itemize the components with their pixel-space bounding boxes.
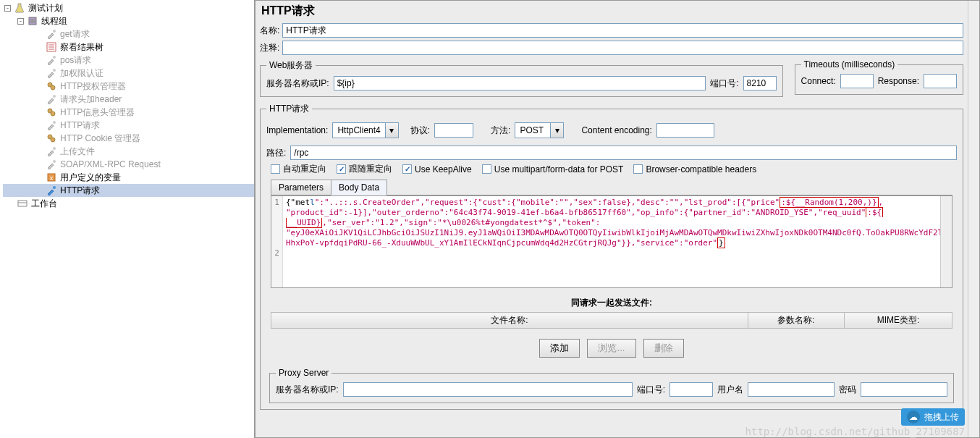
svg-point-21 [53,186,56,189]
proxy-legend: Proxy Server [276,368,331,378]
delete-button[interactable]: 删除 [643,339,684,358]
collapse-icon[interactable]: - [17,18,24,25]
webserver-fieldset: Web服务器 服务器名称或IP: 端口号: [260,59,783,97]
tree-label: HTTP Cookie 管理器 [60,132,140,145]
gears-icon [46,132,57,144]
auto-redirect-checkbox[interactable]: 自动重定向 [271,163,326,175]
main-scrollbar[interactable] [968,1,979,437]
dropper-icon [46,119,57,131]
multipart-checkbox[interactable]: Use multipart/form-data for POST [482,164,624,174]
code-area[interactable]: {"metl":"..::.s.CreateOrder","request":{… [283,196,952,287]
tree-item[interactable]: HTTP信息头管理器 [3,106,254,119]
keepalive-checkbox[interactable]: ✓Use KeepAlive [402,164,472,174]
tree-item[interactable]: 上传文件 [3,145,254,158]
svg-point-11 [53,95,56,98]
dropper-icon [46,67,57,79]
dropper-icon [46,54,57,66]
chevron-down-icon: ▾ [385,123,398,138]
dropper-icon [46,93,57,105]
proxy-user-input[interactable] [748,382,835,397]
col-filename[interactable]: 文件名称: [271,313,748,329]
col-param[interactable]: 参数名称: [748,313,845,329]
response-input[interactable] [924,74,957,88]
svg-rect-1 [30,19,35,23]
browser-compat-checkbox[interactable]: Browser-compatible headers [633,164,756,174]
scrollbar[interactable] [940,196,952,287]
method-label: 方法: [491,125,510,137]
host-input[interactable] [334,76,706,90]
tree-label: HTTP请求 [60,119,100,132]
svg-point-10 [51,85,55,90]
tree-item[interactable]: SOAP/XML-RPC Request [3,158,254,171]
dropper-icon [46,159,57,170]
webserver-legend: Web服务器 [266,59,316,72]
chevron-down-icon: ▾ [550,123,563,138]
tree-item[interactable]: HTTP请求 [3,119,254,132]
method-select[interactable]: POST▾ [515,122,564,138]
col-mime[interactable]: MIME类型: [845,313,952,329]
page-title: HTTP请求 [257,1,966,22]
gears-icon [46,106,57,118]
proxy-pass-input[interactable] [861,382,947,397]
dropper-icon [46,28,57,40]
tree-item[interactable]: 请求头加header [3,93,254,106]
impl-label: Implementation: [266,125,328,135]
cloud-upload-icon: ☁ [907,410,920,424]
httpreq-legend: HTTP请求 [266,103,312,115]
tree-workbench[interactable]: 工作台 [3,197,254,210]
tree-item[interactable]: HTTP Cookie 管理器 [3,132,254,145]
upload-widget[interactable]: ☁ 拖拽上传 [901,408,965,426]
flask-icon [14,2,25,14]
proxy-fieldset: Proxy Server 服务器名称或IP: 端口号: 用户名 密码 [269,368,954,403]
body-data-editor[interactable]: 12 {"metl":"..::.s.CreateOrder","request… [271,195,952,288]
vars-icon: x [46,172,57,183]
tree-root[interactable]: - 测试计划 [3,1,254,14]
port-label: 端口号: [710,77,738,90]
name-input[interactable] [282,23,963,38]
tab-body-data[interactable]: Body Data [331,180,387,195]
files-table: 文件名称: 参数名称: MIME类型: [271,312,952,329]
svg-point-17 [53,147,56,150]
tree-item[interactable]: HTTP请求 [3,184,254,197]
tree-item[interactable]: pos请求 [3,54,254,67]
timeouts-fieldset: Timeouts (milliseconds) Connect: Respons… [795,59,963,95]
impl-select[interactable]: HttpClient4▾ [332,122,398,138]
response-label: Response: [878,76,919,86]
svg-point-8 [53,69,56,72]
connect-input[interactable] [840,74,874,88]
collapse-icon[interactable]: - [4,5,11,12]
tree-item[interactable]: x用户定义的变量 [3,171,254,184]
add-button[interactable]: 添加 [539,339,580,358]
files-header: 同请求一起发送文件: [271,294,952,312]
browse-button[interactable]: 浏览... [587,339,635,358]
encoding-input[interactable] [656,123,714,138]
tree-item[interactable]: 察看结果树 [3,41,254,54]
proxy-host-input[interactable] [343,382,633,397]
svg-point-16 [51,138,55,142]
proxy-port-input[interactable] [669,382,713,397]
tree-label: 上传文件 [60,146,95,158]
tree-item[interactable]: get请求 [3,28,254,41]
tree-item[interactable]: HTTP授权管理器 [3,80,254,93]
protocol-input[interactable] [434,123,473,138]
proxy-pass-label: 密码 [839,384,856,396]
connect-label: Connect: [801,76,836,86]
tree-label: HTTP信息头管理器 [60,106,135,119]
workbench-icon [17,198,28,209]
dropper-blue-icon [46,185,57,196]
port-input[interactable] [743,76,777,90]
tree-item[interactable]: 加权限认证 [3,67,254,80]
name-label: 名称: [260,25,279,37]
comment-input[interactable] [282,41,963,55]
tree-label: HTTP请求 [60,185,100,197]
tree-label: 察看结果树 [60,41,104,54]
tab-parameters[interactable]: Parameters [271,180,331,195]
proxy-port-label: 端口号: [637,384,665,396]
svg-rect-22 [18,201,27,206]
svg-point-13 [51,111,55,116]
tree-thread-group[interactable]: - 线程组 [3,14,254,28]
follow-redirect-checkbox[interactable]: ✓跟随重定向 [337,163,392,175]
tree-label: 用户定义的变量 [60,172,121,184]
tree-sidebar[interactable]: - 测试计划 - 线程组 get请求察看结果树pos请求加权限认证HTTP授权管… [0,0,255,438]
path-input[interactable] [290,146,957,160]
